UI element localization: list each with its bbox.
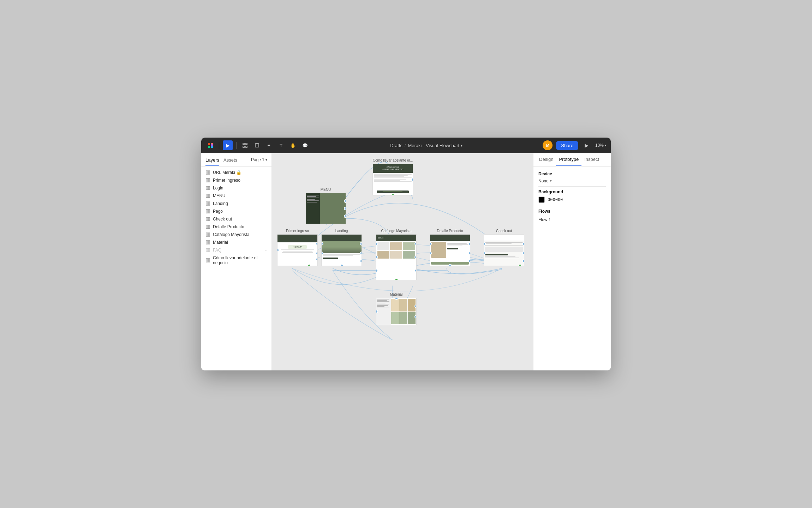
frame-checkout[interactable]: Check out <box>484 229 524 266</box>
layer-label: FAQ <box>213 248 221 253</box>
left-panel: Layers Assets Page 1 ▾ URL Meraki 🔒 <box>201 153 272 370</box>
frame-primer-ingreso[interactable]: Primer ingreso HI CUENTA <box>277 229 318 266</box>
shape-tool-button[interactable] <box>252 140 262 150</box>
canvas-area[interactable]: MENU <box>272 153 533 370</box>
zoom-level: 10% <box>595 143 604 148</box>
zoom-control[interactable]: 10% ▾ <box>595 143 607 148</box>
figma-menu-button[interactable] <box>205 140 215 150</box>
flows-label: Flows <box>538 209 606 214</box>
toolbar-right: M Share ▶ 10% ▾ <box>543 140 607 150</box>
layer-pago[interactable]: Pago <box>201 207 271 215</box>
svg-rect-43 <box>206 259 210 262</box>
page-selector-chevron: ▾ <box>265 158 267 162</box>
comment-tool-button[interactable]: 💬 <box>300 140 310 150</box>
background-hex-value: 000000 <box>548 197 563 202</box>
svg-rect-37 <box>206 241 210 244</box>
frame-como-llevar[interactable]: Cómo llevar adelante el... CÓMO LLEVARAD… <box>372 158 413 195</box>
play-icon: ▶ <box>585 143 589 148</box>
layer-menu[interactable]: MENU <box>201 192 271 200</box>
user-avatar[interactable]: M <box>543 140 553 150</box>
svg-rect-0 <box>208 143 210 145</box>
frame-label-checkout: Check out <box>496 229 512 233</box>
tab-inspect[interactable]: Inspect <box>581 153 602 166</box>
layer-label: Detalle Producto <box>213 224 244 229</box>
frame-label-landing: Landing <box>335 229 348 233</box>
svg-rect-9 <box>255 144 259 147</box>
layer-primer-ingreso[interactable]: Primer ingreso <box>201 176 271 184</box>
project-dropdown-icon: ▾ <box>461 144 462 147</box>
layer-label: Check out <box>213 217 232 222</box>
project-name[interactable]: Meraki - Visual Flowchart ▾ <box>408 143 462 148</box>
layer-login[interactable]: Login <box>201 184 271 192</box>
frame-thumb-landing <box>321 234 362 266</box>
svg-rect-7 <box>243 146 244 147</box>
layer-label: Cómo llevar adelante el negocio <box>213 255 267 265</box>
layer-detalle-producto[interactable]: Detalle Producto <box>201 223 271 231</box>
hand-tool-button[interactable]: ✋ <box>288 140 298 150</box>
svg-rect-34 <box>206 233 210 236</box>
tab-assets[interactable]: Assets <box>223 156 237 166</box>
flow-item-1[interactable]: Flow 1 <box>538 216 606 224</box>
page-selector[interactable]: Page 1 ▾ <box>251 157 267 165</box>
layer-como-llevar[interactable]: Cómo llevar adelante el negocio <box>201 254 271 267</box>
frame-thumb-material <box>376 298 417 325</box>
tab-design[interactable]: Design <box>536 153 556 166</box>
move-tool-button[interactable]: ▶ <box>223 140 233 150</box>
frame-thumb-primer-ingreso: HI CUENTA <box>277 234 318 266</box>
main-area: Layers Assets Page 1 ▾ URL Meraki 🔒 <box>201 153 611 370</box>
layer-icon <box>205 193 210 198</box>
text-tool-button[interactable]: T <box>276 140 286 150</box>
frame-label-menu: MENU <box>321 188 331 192</box>
layer-label: Pago <box>213 209 223 214</box>
layer-landing[interactable]: Landing <box>201 200 271 207</box>
frame-landing[interactable]: Landing <box>321 229 362 266</box>
svg-rect-28 <box>206 217 210 221</box>
layer-faq[interactable]: FAQ ⌄ <box>201 246 271 254</box>
layer-label: Catálogo Mayorista <box>213 232 249 237</box>
device-chevron: ▾ <box>550 179 552 183</box>
layer-label: URL Meraki 🔒 <box>213 170 241 175</box>
svg-rect-22 <box>206 202 210 205</box>
panel-divider-2 <box>538 206 606 206</box>
layer-icon <box>205 209 210 214</box>
svg-rect-8 <box>246 146 247 147</box>
frame-label-material: Material <box>390 292 403 296</box>
tab-layers[interactable]: Layers <box>205 156 219 166</box>
play-button[interactable]: ▶ <box>582 140 592 150</box>
frame-material[interactable]: Material <box>376 292 417 325</box>
svg-rect-19 <box>206 194 210 198</box>
breadcrumb-drafts[interactable]: Drafts <box>390 143 402 148</box>
frame-catalogo[interactable]: Catálogo Mayorista MERAKI <box>376 229 417 280</box>
background-row: 000000 <box>538 196 606 203</box>
svg-rect-6 <box>246 143 247 145</box>
breadcrumb-separator: / <box>405 143 406 148</box>
project-name-text: Meraki - Visual Flowchart <box>408 143 459 148</box>
layer-catalogo[interactable]: Catálogo Mayorista <box>201 231 271 238</box>
toolbar-center: Drafts / Meraki - Visual Flowchart ▾ <box>313 143 540 148</box>
right-panel-content: Device None ▾ Background 000000 <box>533 167 611 229</box>
frame-thumb-catalogo: MERAKI <box>376 234 417 280</box>
svg-rect-31 <box>206 225 210 229</box>
share-button[interactable]: Share <box>556 141 578 150</box>
svg-point-4 <box>211 144 213 146</box>
panel-tabs: Layers Assets Page 1 ▾ <box>201 153 271 167</box>
faq-collapse-icon: ⌄ <box>264 248 267 252</box>
layer-url-meraki[interactable]: URL Meraki 🔒 <box>201 169 271 176</box>
page-selector-label: Page 1 <box>251 157 264 162</box>
flows-section: Flows Flow 1 <box>538 209 606 224</box>
layer-checkout[interactable]: Check out <box>201 215 271 223</box>
layer-label: MENU <box>213 193 225 198</box>
device-dropdown[interactable]: None ▾ <box>538 179 606 183</box>
layer-material[interactable]: Material <box>201 238 271 246</box>
background-color-swatch[interactable] <box>538 196 545 203</box>
layer-list: URL Meraki 🔒 Primer ingreso Login <box>201 167 271 370</box>
frame-detalle-producto[interactable]: Detalle Producto <box>430 229 470 266</box>
layer-icon <box>205 178 210 183</box>
device-section: Device None ▾ <box>538 171 606 183</box>
frame-label-detalle: Detalle Producto <box>437 229 463 233</box>
pen-tool-button[interactable]: ✒ <box>264 140 274 150</box>
svg-rect-10 <box>206 171 210 174</box>
tab-prototype[interactable]: Prototype <box>556 153 581 166</box>
frame-menu[interactable]: MENU <box>305 188 346 224</box>
frame-tool-button[interactable] <box>240 140 250 150</box>
